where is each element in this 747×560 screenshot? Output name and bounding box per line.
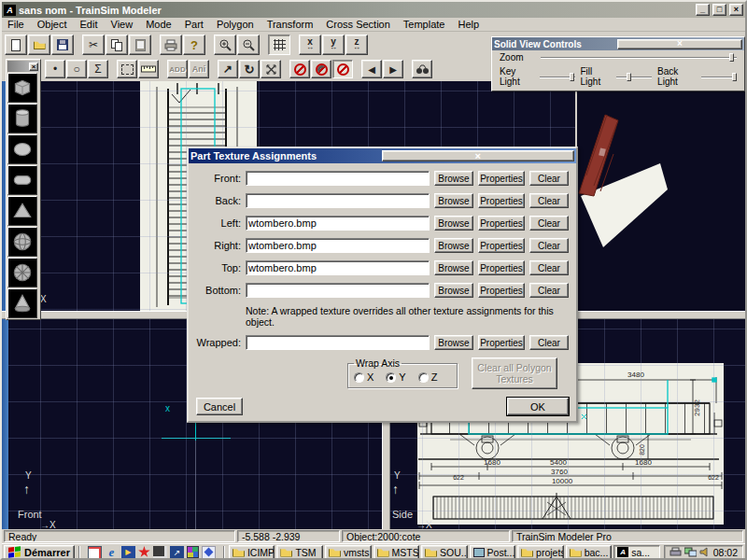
taskbar-clock[interactable]: 08:02 — [713, 547, 738, 558]
internet-explorer-icon[interactable]: e — [105, 546, 119, 559]
ok-button[interactable]: OK — [507, 398, 569, 415]
cone-tool-button[interactable] — [7, 288, 37, 318]
properties-button[interactable]: Properties — [478, 335, 525, 350]
cylinder-tool-button[interactable] — [7, 104, 37, 133]
menu-polygon[interactable]: Polygon — [217, 19, 254, 30]
scale-tool-button[interactable] — [261, 60, 281, 78]
back-texture-input[interactable] — [246, 193, 430, 208]
task-tsm[interactable]: TSM — [276, 545, 323, 560]
maximize-button[interactable]: □ — [712, 4, 726, 16]
clear-button[interactable]: Clear — [529, 216, 569, 231]
open-button[interactable] — [28, 35, 50, 55]
task-icimp[interactable]: ICIMP — [229, 545, 275, 560]
tray-volume-icon[interactable] — [699, 547, 711, 557]
browse-button[interactable]: Browse — [434, 238, 473, 253]
key-light-slider[interactable] — [540, 73, 575, 81]
next-button[interactable]: ▶ — [383, 60, 403, 78]
tiles-app-icon[interactable] — [187, 546, 199, 558]
clear-all-polygon-textures-button[interactable]: Clear all Polygon Textures — [472, 357, 557, 389]
task-post[interactable]: Post... — [470, 545, 516, 560]
task-msts[interactable]: MSTS — [374, 545, 420, 560]
help-button[interactable]: ? — [183, 35, 205, 55]
browse-button[interactable]: Browse — [434, 171, 473, 186]
menu-edit[interactable]: Edit — [80, 19, 98, 30]
ellipse-tool-button[interactable] — [7, 134, 37, 164]
menu-help[interactable]: Help — [458, 19, 479, 30]
clear-button[interactable]: Clear — [529, 238, 569, 253]
rotate-tool-button[interactable]: ↻ — [239, 60, 260, 78]
cut-button[interactable]: ✂ — [82, 35, 105, 55]
geosphere-tool-button[interactable] — [7, 258, 37, 287]
zoom-slider[interactable] — [541, 53, 737, 62]
add-button[interactable]: ADD — [167, 60, 188, 78]
minimize-button[interactable]: _ — [696, 4, 710, 16]
properties-button[interactable]: Properties — [478, 193, 525, 208]
x-axis-button[interactable]: x↔ — [299, 35, 321, 55]
menu-cross-section[interactable]: Cross Section — [326, 19, 389, 30]
new-button[interactable] — [5, 35, 27, 55]
paint-star-icon[interactable] — [138, 546, 150, 558]
clear-button[interactable]: Clear — [529, 335, 569, 350]
hide-z-button[interactable] — [332, 60, 353, 78]
find-button[interactable] — [412, 60, 432, 78]
task-vmsts[interactable]: vmsts — [325, 545, 372, 560]
circle-tool-button[interactable]: ○ — [66, 60, 87, 78]
svc-close-icon[interactable]: × — [617, 39, 742, 49]
wrap-axis-z-radio[interactable]: Z — [418, 371, 438, 383]
task-sou[interactable]: SOU... — [421, 545, 468, 560]
tray-printer-icon[interactable] — [669, 547, 682, 557]
show-desktop-icon[interactable] — [88, 546, 102, 559]
diamond-app-icon[interactable] — [202, 546, 216, 559]
properties-button[interactable]: Properties — [478, 216, 525, 231]
print-button[interactable] — [160, 35, 182, 55]
clear-button[interactable]: Clear — [529, 260, 569, 275]
browse-button[interactable]: Browse — [434, 260, 473, 275]
hide-x-button[interactable] — [289, 60, 310, 78]
wrap-axis-x-radio[interactable]: X — [354, 371, 374, 383]
fill-light-slider[interactable] — [616, 73, 652, 81]
move-tool-button[interactable]: ↗ — [218, 60, 238, 78]
dialog-title-bar[interactable]: Part Texture Assignments × — [189, 148, 576, 163]
front-texture-input[interactable] — [246, 171, 430, 186]
menu-object[interactable]: Object — [37, 19, 67, 30]
browse-button[interactable]: Browse — [434, 216, 473, 231]
pyramid-tool-button[interactable] — [7, 196, 37, 226]
capsule-tool-button[interactable] — [7, 165, 37, 195]
save-button[interactable] — [51, 35, 74, 55]
paste-button[interactable] — [129, 35, 151, 55]
task-projets[interactable]: projets — [517, 545, 564, 560]
menu-view[interactable]: View — [111, 19, 134, 30]
animation-button[interactable]: Ani — [189, 60, 209, 78]
properties-button[interactable]: Properties — [478, 171, 525, 186]
measure-button[interactable] — [138, 60, 159, 78]
media-player-icon[interactable]: ▶ — [121, 546, 135, 559]
hide-edit-button[interactable] — [311, 60, 331, 78]
pointer-app-icon[interactable]: ↗ — [170, 546, 184, 559]
properties-button[interactable]: Properties — [478, 283, 525, 298]
menu-part[interactable]: Part — [185, 19, 204, 30]
palette-close-icon[interactable]: × — [29, 63, 38, 71]
zoom-in-button[interactable] — [214, 35, 236, 55]
marquee-select-button[interactable] — [117, 60, 137, 78]
cancel-button[interactable]: Cancel — [196, 398, 243, 415]
copy-button[interactable] — [106, 35, 128, 55]
image-app-icon[interactable] — [153, 546, 167, 559]
palette-title-bar[interactable]: × — [7, 61, 39, 72]
grid-button[interactable] — [268, 35, 290, 55]
clear-button[interactable]: Clear — [529, 283, 569, 298]
properties-button[interactable]: Properties — [478, 260, 525, 275]
sigma-tool-button[interactable]: Σ — [88, 60, 108, 78]
viewport-3d-solid[interactable] — [577, 81, 745, 311]
properties-button[interactable]: Properties — [478, 238, 525, 253]
task-bac[interactable]: bac... — [566, 545, 613, 560]
left-texture-input[interactable] — [246, 216, 430, 231]
wrap-axis-y-radio[interactable]: Y — [386, 371, 405, 383]
back-light-slider[interactable] — [701, 73, 737, 81]
y-axis-button[interactable]: y↔ — [322, 35, 345, 55]
tray-network-icon[interactable] — [684, 547, 697, 557]
wrapped-texture-input[interactable] — [246, 335, 430, 350]
menu-file[interactable]: File — [7, 19, 24, 30]
z-axis-button[interactable]: z↔ — [345, 35, 368, 55]
top-texture-input[interactable] — [246, 260, 430, 275]
menu-mode[interactable]: Mode — [146, 19, 172, 30]
